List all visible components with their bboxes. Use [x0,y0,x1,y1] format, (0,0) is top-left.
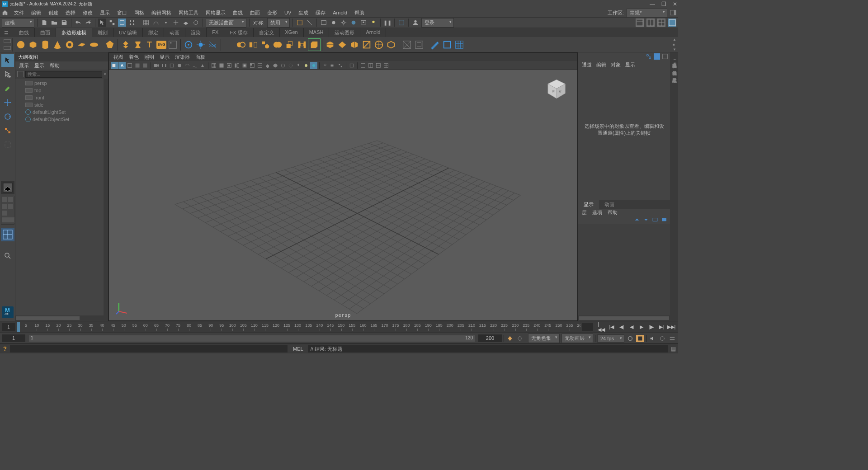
snap-curve-icon[interactable] [152,19,160,27]
vp-gate-mask-icon[interactable] [176,62,183,69]
select-hier-icon[interactable] [108,19,116,27]
shelf-tab[interactable]: UV 编辑 [113,28,143,37]
outliner-hscroll[interactable] [15,315,108,321]
poly-plane-icon[interactable] [76,39,88,51]
viewport-menu-item[interactable]: 显示 [160,54,170,60]
poly-cylinder-icon[interactable] [39,39,51,51]
step-back-key-icon[interactable]: |◀ [608,324,616,331]
outliner-menu-item[interactable]: 显示 [34,62,44,69]
vp-panel-1-icon[interactable] [359,62,367,69]
outliner-item[interactable]: side [15,101,108,108]
menu-item[interactable]: 生成 [297,9,310,17]
snap-plane-icon[interactable] [182,19,190,27]
vp-image-plane-icon[interactable] [126,62,133,69]
scale-tool[interactable] [1,124,14,137]
shelf-tab[interactable]: 渲染 [185,28,207,37]
range-track[interactable]: 1 120 [29,335,475,342]
menu-item[interactable]: 选择 [64,9,77,17]
outliner-item[interactable]: top [15,87,108,94]
layer-list[interactable] [578,224,670,315]
poly-sphere-icon[interactable] [15,39,27,51]
render-ipr-icon[interactable] [330,19,338,27]
shelf-tab[interactable]: 曲面 [35,28,56,37]
outliner-vscroll[interactable] [104,79,108,315]
layer-new-empty-icon[interactable] [652,217,658,222]
script-editor-icon[interactable]: ▤ [668,346,678,352]
live-surface-dropdown[interactable]: 无激活曲面 [206,18,246,28]
menu-item[interactable]: 缓存 [314,9,327,17]
menu-item[interactable]: Arnold [331,9,349,16]
panel-layout-3-icon[interactable] [657,19,665,27]
menu-item[interactable]: 修改 [81,9,94,17]
help-icon[interactable]: ? [0,345,10,352]
play-back-icon[interactable]: ◀ [627,324,636,331]
move-tool[interactable] [1,96,14,109]
menu-item[interactable]: 帮助 [353,9,366,17]
menu-item[interactable]: 显示 [99,9,111,17]
vp-grid-icon[interactable] [153,62,160,69]
outliner-menu-item[interactable]: 帮助 [50,62,60,69]
viewcube[interactable]: 前 右 [545,77,568,101]
render-view-icon[interactable] [359,19,368,27]
shelf-tab[interactable]: 曲线 [14,28,35,37]
wireframe-icon[interactable] [401,39,413,51]
cb-tab-3-icon[interactable] [662,53,668,60]
vp-use-lights-icon[interactable] [233,62,241,69]
fps-dropdown[interactable]: 24 fps [597,334,624,343]
symmetry-dropdown[interactable]: 禁用 [267,18,290,28]
vp-camera-icon[interactable] [329,62,336,69]
shelf-tab[interactable]: XGen [280,28,304,37]
vp-xray-icon[interactable] [279,62,287,69]
vp-safe-title-icon[interactable] [199,62,206,69]
vp-panel-3-icon[interactable] [375,62,382,69]
vp-motion-blur-icon[interactable] [256,62,264,69]
shelf-tab[interactable]: 绑定 [143,28,164,37]
menu-item[interactable]: 网格显示 [204,9,227,17]
insert-edge-icon[interactable] [349,39,360,51]
poly-pyramid-icon[interactable] [120,39,132,51]
vp-isolate-icon[interactable] [272,62,279,69]
vp-antialias-icon[interactable] [264,62,271,69]
search-tool[interactable] [1,249,14,262]
sculpt-icon[interactable] [429,39,441,51]
combine-icon[interactable] [223,39,235,51]
select-tool[interactable] [1,54,14,67]
time-display-icon[interactable] [636,335,644,342]
render-settings-icon[interactable] [340,19,348,27]
extrude-icon[interactable] [284,39,296,51]
layer-new-selected-icon[interactable] [661,217,667,222]
vp-res-gate-icon[interactable] [168,62,175,69]
bridge-icon[interactable] [296,39,308,51]
shelf-tab[interactable]: Arnold [360,28,386,37]
viewport-menu-item[interactable]: 面板 [195,54,205,60]
prefs-icon[interactable] [668,335,676,342]
poly-disc-icon[interactable] [88,39,100,51]
history-off-icon[interactable] [306,19,314,27]
hypershade-icon[interactable] [349,19,358,27]
poly-cube-icon[interactable] [27,39,39,51]
paint-select-tool[interactable] [1,82,14,95]
vp-gamma-icon[interactable] [310,62,317,69]
outliner-search-input[interactable] [25,71,102,78]
go-start-icon[interactable]: |◀◀ [598,324,606,331]
set-key-icon[interactable] [506,335,514,342]
panel-layout-1-icon[interactable] [636,19,644,27]
viewport[interactable]: persp 前 右 [109,70,577,320]
outliner-item[interactable]: defaultObjectSet [15,116,108,123]
anim-start-field[interactable]: 1 [2,334,25,342]
new-scene-icon[interactable] [40,19,48,27]
vp-shadows-icon[interactable] [241,62,248,69]
vp-grease-icon[interactable] [142,62,149,69]
right-vtab[interactable]: 属性编辑器 [670,64,678,71]
vp-panel-2-icon[interactable] [367,62,374,69]
vp-xray-joint-icon[interactable] [287,62,294,69]
shelf-tab[interactable]: 多边形建模 [56,28,92,37]
lasso-tool[interactable] [1,68,14,81]
outliner-search-dd-icon[interactable]: ▾ [104,72,106,76]
cmd-lang-label[interactable]: MEL [288,346,308,352]
menu-item[interactable]: 曲面 [249,9,261,17]
channel-menu-item[interactable]: 显示 [625,61,635,68]
history-icon[interactable] [296,19,304,27]
vp-ao-icon[interactable] [249,62,256,69]
step-back-icon[interactable]: ◀| [618,324,626,331]
